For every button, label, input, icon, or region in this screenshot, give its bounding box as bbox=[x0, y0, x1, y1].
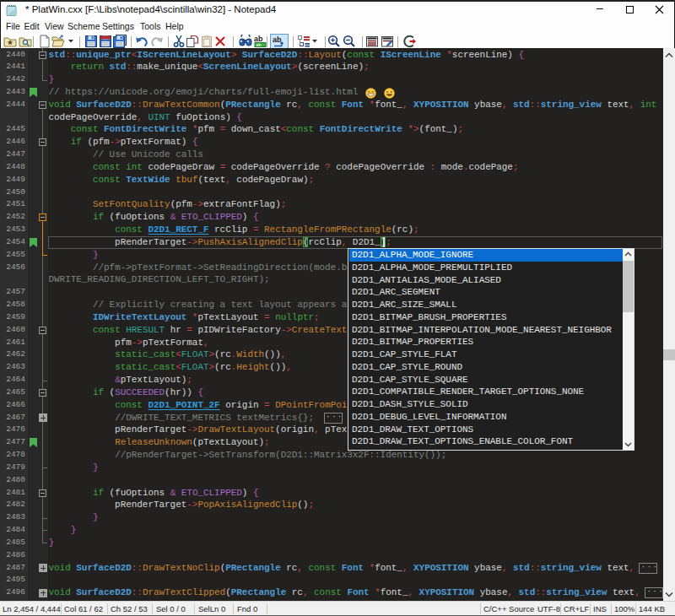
svg-text:ab: ab bbox=[256, 42, 262, 47]
svg-text:ab: ab bbox=[273, 35, 282, 44]
